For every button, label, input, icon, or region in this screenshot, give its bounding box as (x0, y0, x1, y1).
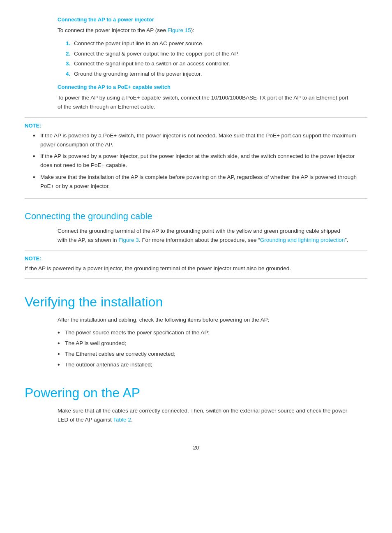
grounding-cable-section: Connecting the grounding cable Connect t… (25, 211, 367, 278)
poe-switch-section: Connecting the AP to a PoE+ capable swit… (25, 84, 367, 199)
step-2: 2.Connect the signal & power output line… (66, 49, 351, 59)
verifying-item-4: The outdoor antennas are installed; (58, 360, 351, 370)
grounding-cable-title: Connecting the grounding cable (25, 211, 367, 222)
verifying-list: The power source meets the power specifi… (58, 328, 351, 370)
power-injector-steps: 1.Connect the power input line to an AC … (66, 39, 351, 79)
poe-switch-body: To power the AP by using a PoE+ capable … (58, 93, 351, 111)
verifying-item-2: The AP is well grounded; (58, 339, 351, 348)
powering-body: Make sure that all the cables are correc… (58, 406, 351, 424)
grounding-note-text: If the AP is powered by a power injector… (25, 264, 367, 273)
grounding-lightning-link[interactable]: Grounding and lightning protection (260, 237, 345, 243)
powering-title: Powering on the AP (25, 385, 367, 401)
poe-note-box: NOTE: If the AP is powered by a PoE+ swi… (25, 117, 367, 199)
step-1: 1.Connect the power input line to an AC … (66, 39, 351, 49)
poe-note-bullet-3: Make sure that the installation of the A… (33, 173, 367, 191)
grounding-cable-body: Connect the grounding terminal of the AP… (58, 227, 351, 244)
grounding-note-box: NOTE: If the AP is powered by a power in… (25, 250, 367, 278)
poe-note-bullet-1: If the AP is powered by a PoE+ switch, t… (33, 131, 367, 150)
table2-link[interactable]: Table 2 (113, 417, 131, 423)
verifying-body: After the installation and cabling, chec… (58, 315, 351, 324)
verifying-section: Verifying the installation After the ins… (25, 294, 367, 370)
step-4: 4.Ground the grounding terminal of the p… (66, 70, 351, 79)
figure3-link[interactable]: Figure 3 (118, 237, 139, 243)
page-number: 20 (25, 445, 367, 451)
power-injector-heading: Connecting the AP to a power injector (58, 16, 351, 23)
verifying-title: Verifying the installation (25, 294, 367, 310)
verifying-item-3: The Ethernet cables are correctly connec… (58, 350, 351, 359)
power-injector-intro: To connect the power injector to the AP … (58, 26, 351, 35)
step-3: 3.Connect the signal input line to a swi… (66, 59, 351, 69)
powering-section: Powering on the AP Make sure that all th… (25, 385, 367, 424)
poe-note-bullet-2: If the AP is powered by a power injector… (33, 152, 367, 170)
verifying-item-1: The power source meets the power specifi… (58, 328, 351, 338)
power-injector-section: Connecting the AP to a power injector To… (25, 16, 367, 79)
poe-switch-heading: Connecting the AP to a PoE+ capable swit… (58, 84, 351, 90)
figure15-link[interactable]: Figure 15 (168, 27, 191, 33)
poe-note-bullets: If the AP is powered by a PoE+ switch, t… (33, 131, 367, 191)
poe-note-label: NOTE: (25, 123, 367, 129)
grounding-note-label: NOTE: (25, 255, 367, 262)
